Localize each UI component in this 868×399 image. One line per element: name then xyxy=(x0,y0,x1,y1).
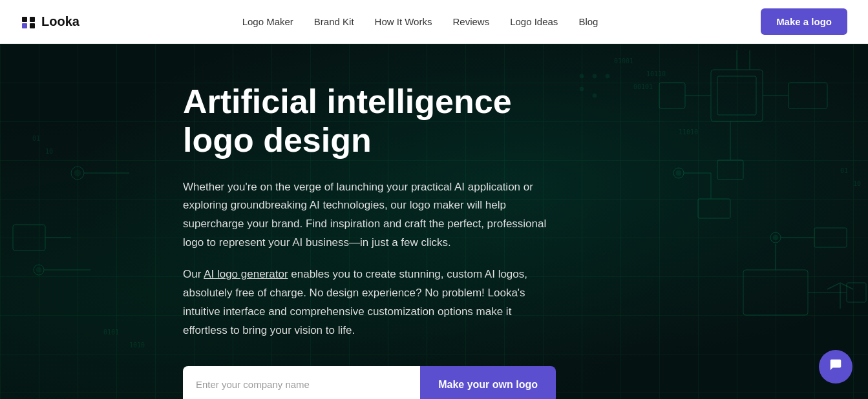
svg-rect-2 xyxy=(22,23,27,28)
svg-rect-9 xyxy=(789,83,827,108)
chat-widget[interactable] xyxy=(819,350,852,384)
svg-point-17 xyxy=(773,235,778,240)
navbar: Looka Logo Maker Brand Kit How It Works … xyxy=(0,0,868,44)
hero-title: Artificial intelligence logo design xyxy=(183,83,556,160)
svg-rect-22 xyxy=(814,228,847,247)
svg-text:10110: 10110 xyxy=(646,70,666,77)
chat-icon xyxy=(829,358,843,376)
nav-item-brand-kit[interactable]: Brand Kit xyxy=(314,16,354,28)
hero-input-row: Make your own logo xyxy=(183,366,556,399)
hero-content: Artificial intelligence logo design Whet… xyxy=(0,44,582,399)
hero-description-2: Our AI logo generator enables you to cre… xyxy=(183,265,556,340)
nav-item-logo-ideas[interactable]: Logo Ideas xyxy=(510,16,558,28)
logo-icon xyxy=(21,14,36,30)
svg-point-29 xyxy=(606,74,609,78)
svg-rect-11 xyxy=(659,83,685,108)
svg-rect-0 xyxy=(22,17,27,22)
svg-text:11010: 11010 xyxy=(679,128,698,136)
site-logo[interactable]: Looka xyxy=(21,14,79,30)
company-name-input[interactable] xyxy=(183,366,420,399)
make-your-own-logo-button[interactable]: Make your own logo xyxy=(420,366,556,399)
svg-text:01001: 01001 xyxy=(614,57,633,65)
ai-logo-generator-link[interactable]: AI logo generator xyxy=(204,268,288,280)
svg-point-15 xyxy=(676,170,681,176)
svg-rect-23 xyxy=(743,270,808,315)
hero-desc2-prefix: Our xyxy=(183,268,204,280)
nav-item-blog[interactable]: Blog xyxy=(578,16,598,28)
svg-rect-26 xyxy=(847,283,866,302)
nav-item-logo-maker[interactable]: Logo Maker xyxy=(242,16,293,28)
svg-rect-13 xyxy=(717,160,743,179)
logo-text: Looka xyxy=(41,14,79,29)
svg-point-31 xyxy=(593,94,597,97)
hero-description-1: Whether you're on the verge of launching… xyxy=(183,178,556,253)
svg-rect-5 xyxy=(717,76,756,115)
svg-rect-3 xyxy=(30,23,35,28)
hero-section: 01001 10110 00101 11010 01 10 01 10 0101… xyxy=(0,44,868,399)
svg-rect-20 xyxy=(698,199,730,218)
svg-text:01: 01 xyxy=(840,167,848,174)
svg-rect-4 xyxy=(711,70,763,121)
nav-item-how-it-works[interactable]: How It Works xyxy=(375,16,432,28)
svg-text:00101: 00101 xyxy=(633,83,653,90)
nav-links: Logo Maker Brand Kit How It Works Review… xyxy=(242,16,598,28)
nav-item-reviews[interactable]: Reviews xyxy=(452,16,489,28)
svg-point-28 xyxy=(593,74,597,78)
svg-text:10: 10 xyxy=(853,180,861,187)
navbar-make-logo-button[interactable]: Make a logo xyxy=(761,8,847,35)
svg-rect-1 xyxy=(30,17,35,22)
